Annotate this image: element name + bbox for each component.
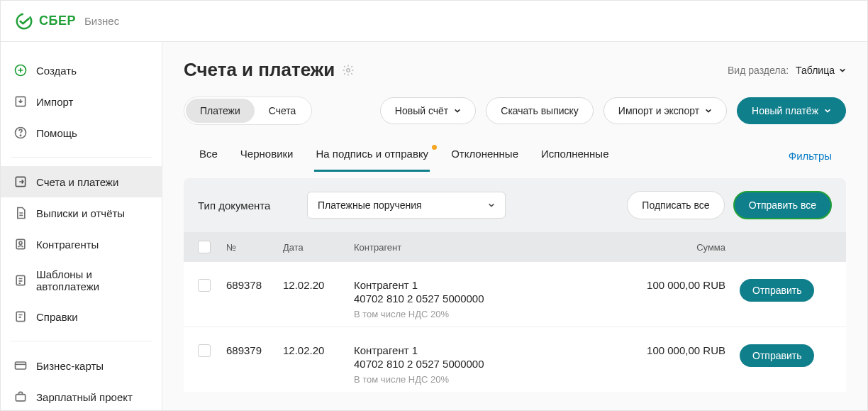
button-label: Импорт и экспорт	[618, 105, 699, 116]
cell-party-account: 40702 810 2 0527 5000000	[354, 358, 612, 370]
segmented-control: Платежи Счета	[184, 97, 312, 125]
new-payment-button[interactable]: Новый платёж	[737, 97, 846, 124]
button-label: Новый счёт	[395, 105, 448, 116]
sidebar-label: Контрагенты	[36, 239, 99, 251]
cell-date: 12.02.20	[283, 279, 354, 291]
button-label: Новый платёж	[752, 105, 818, 116]
cell-number: 689378	[226, 279, 283, 291]
th-party: Контрагент	[354, 242, 612, 253]
status-tabs: Все Черновики На подпись и отправку Откл…	[198, 141, 610, 171]
tab-label: На подпись и отправку	[316, 148, 428, 160]
svg-point-12	[347, 68, 350, 72]
sidebar-create[interactable]: Создать	[1, 55, 162, 86]
plus-circle-icon	[13, 63, 28, 77]
sidebar-label: Счета и платежи	[36, 176, 118, 188]
arrow-out-box-icon	[13, 175, 28, 189]
sidebar: Создать Импорт Помощь Счета и платежи	[1, 42, 162, 410]
sidebar-label: Справки	[36, 311, 78, 323]
template-icon	[13, 273, 28, 287]
chevron-down-icon	[839, 67, 846, 74]
briefcase-icon	[13, 390, 28, 404]
send-all-button[interactable]: Отправить все	[733, 191, 832, 219]
svg-point-7	[19, 241, 22, 244]
notification-dot-icon	[432, 145, 437, 150]
table-row[interactable]: 689379 12.02.20 Контрагент 1 40702 810 2…	[184, 327, 846, 392]
sidebar-accounts-payments[interactable]: Счета и платежи	[1, 166, 162, 197]
download-statement-button[interactable]: Скачать выписку	[486, 97, 594, 124]
cell-party-name: Контрагент 1	[354, 344, 612, 356]
view-mode-label: Вид раздела:	[728, 65, 789, 76]
import-icon	[13, 94, 28, 109]
gear-icon[interactable]	[342, 64, 355, 77]
sidebar-business-cards[interactable]: Бизнес-карты	[1, 350, 162, 381]
filter-panel: Тип документа Платежные поручения Подпис…	[184, 178, 846, 232]
sign-all-button[interactable]: Подписать все	[627, 191, 724, 219]
document-icon	[13, 206, 28, 220]
sidebar-label: Помощь	[36, 127, 77, 139]
select-value: Платежные поручения	[318, 199, 422, 211]
sidebar-counterparties[interactable]: Контрагенты	[1, 229, 162, 260]
sidebar-statements[interactable]: Выписки и отчёты	[1, 197, 162, 229]
card-icon	[13, 358, 28, 373]
th-date: Дата	[283, 242, 354, 253]
row-send-button[interactable]: Отправить	[740, 279, 814, 302]
sidebar-label: Создать	[36, 65, 77, 77]
seg-accounts[interactable]: Счета	[255, 99, 311, 123]
contacts-icon	[13, 237, 28, 251]
tab-to-sign[interactable]: На подпись и отправку	[314, 141, 430, 172]
svg-rect-11	[16, 395, 25, 401]
filters-link[interactable]: Фильтры	[789, 150, 832, 162]
chevron-down-icon	[705, 107, 712, 114]
tab-drafts[interactable]: Черновики	[239, 141, 295, 171]
help-circle-icon	[13, 126, 28, 140]
sidebar-label: Выписки и отчёты	[36, 207, 125, 219]
sidebar-label: Зарплатный проект	[36, 391, 133, 403]
svg-point-4	[20, 135, 21, 136]
th-number: №	[226, 242, 283, 253]
chevron-down-icon	[824, 107, 831, 114]
row-checkbox[interactable]	[198, 344, 211, 357]
tab-executed[interactable]: Исполненные	[540, 141, 611, 171]
view-mode-select[interactable]: Таблица	[796, 65, 846, 76]
tab-rejected[interactable]: Отклоненные	[450, 141, 520, 171]
sidebar-label: Импорт	[36, 96, 73, 108]
new-account-button[interactable]: Новый счёт	[380, 97, 476, 124]
chevron-down-icon	[454, 107, 461, 114]
brand-sub: Бизнес	[84, 15, 119, 27]
cell-party-name: Контрагент 1	[354, 279, 612, 291]
th-amount: Сумма	[612, 242, 740, 253]
cell-amount: 100 000,00 RUB	[612, 344, 740, 356]
sidebar-import[interactable]: Импорт	[1, 86, 162, 117]
cell-amount: 100 000,00 RUB	[612, 279, 740, 291]
sidebar-separator	[11, 341, 152, 341]
brand-logo[interactable]: СБЕР Бизнес	[15, 12, 119, 31]
doc-type-select[interactable]: Платежные поручения	[307, 192, 506, 219]
sidebar-label: Шаблоны и автоплатежи	[36, 268, 149, 292]
svg-rect-10	[16, 362, 26, 369]
seg-payments[interactable]: Платежи	[186, 99, 255, 123]
cell-number: 689379	[226, 344, 283, 356]
table-header: № Дата Контрагент Сумма	[184, 232, 846, 262]
sidebar-payroll[interactable]: Зарплатный проект	[1, 381, 162, 410]
cell-vat-note: В том числе НДС 20%	[354, 374, 612, 385]
row-send-button[interactable]: Отправить	[740, 344, 814, 367]
chevron-down-icon	[488, 202, 495, 209]
button-label: Скачать выписку	[501, 105, 579, 116]
table-row[interactable]: 689378 12.02.20 Контрагент 1 40702 810 2…	[184, 262, 846, 327]
sidebar-label: Бизнес-карты	[36, 360, 104, 372]
certificate-icon	[13, 309, 28, 324]
sidebar-templates[interactable]: Шаблоны и автоплатежи	[1, 260, 162, 301]
main-content: Счета и платежи Вид раздела: Таблица Пла…	[162, 42, 867, 410]
select-all-checkbox[interactable]	[198, 241, 211, 253]
sidebar-separator	[11, 157, 152, 158]
sidebar-certificates[interactable]: Справки	[1, 301, 162, 332]
cell-party-account: 40702 810 2 0527 5000000	[354, 292, 612, 305]
tab-all[interactable]: Все	[198, 141, 219, 171]
sidebar-help[interactable]: Помощь	[1, 117, 162, 148]
brand-name: СБЕР	[39, 13, 76, 28]
cell-date: 12.02.20	[283, 344, 354, 356]
row-checkbox[interactable]	[198, 279, 211, 292]
page-title: Счета и платежи	[184, 59, 335, 81]
import-export-button[interactable]: Импорт и экспорт	[603, 97, 727, 124]
svg-point-0	[15, 12, 33, 31]
